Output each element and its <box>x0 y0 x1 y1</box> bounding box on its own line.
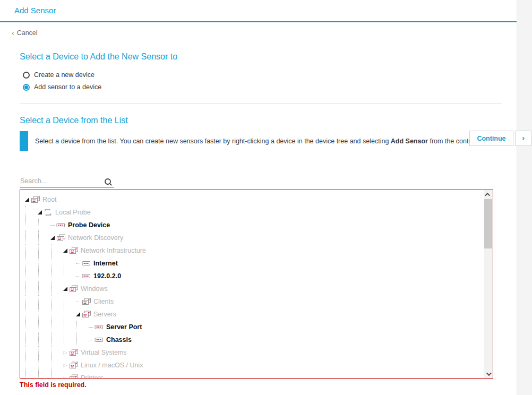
probe-icon <box>44 209 54 216</box>
tree-guide-line <box>49 333 62 346</box>
tree-guide-line <box>62 257 74 270</box>
tree-item[interactable]: Servers <box>23 308 484 321</box>
chevron-down-icon <box>486 371 492 376</box>
group-icon <box>69 285 79 293</box>
tree-item[interactable]: ▷Printers <box>23 372 484 378</box>
tree-item[interactable]: Root <box>23 193 484 206</box>
scroll-up-button[interactable] <box>484 190 493 199</box>
radio-create-new-device[interactable]: Create a new device <box>23 71 95 79</box>
info-text-bold: Add Sensor <box>391 138 428 145</box>
group-icon <box>56 234 66 242</box>
tree-item-label: Virtual Systems <box>81 349 127 356</box>
expander-closed-icon[interactable]: ▷ <box>62 376 69 379</box>
cancel-label: Cancel <box>17 29 38 37</box>
tree-item-label: Windows <box>81 285 108 293</box>
connector-dash <box>87 340 95 340</box>
search-icon[interactable] <box>104 178 113 186</box>
cancel-button[interactable]: ‹ Cancel <box>12 29 38 37</box>
tree-guide-line <box>49 308 62 321</box>
tree-guide-line <box>36 282 49 295</box>
tree-item-label: Probe Device <box>68 221 110 229</box>
tree-item-label: Clients <box>93 298 114 305</box>
tree-scrollbar[interactable] <box>484 190 493 378</box>
tree-item[interactable]: Internet <box>23 257 484 270</box>
expander-open-icon[interactable] <box>62 287 69 291</box>
tree-item[interactable]: 192.0.2.0 <box>23 270 484 282</box>
expander-open-icon[interactable] <box>36 210 44 214</box>
tree-item-label: Linux / macOS / Unix <box>81 362 143 369</box>
tree-item[interactable]: Windows <box>23 282 484 295</box>
tree-item-label: Chassis <box>106 336 132 344</box>
expander-closed-icon[interactable]: ▷ <box>62 363 69 368</box>
chevron-up-icon <box>485 192 490 198</box>
connector-dash <box>74 302 82 302</box>
tree-item-label: Network Discovery <box>68 234 123 242</box>
radio-label: Create a new device <box>34 71 95 79</box>
expander-open-icon[interactable] <box>62 248 69 253</box>
tree-guide-line <box>23 231 36 244</box>
tree-guide-line <box>23 295 36 308</box>
tree-guide-line <box>36 321 49 333</box>
tree-guide-line <box>36 257 49 270</box>
expander-open-icon[interactable] <box>23 198 31 202</box>
tree-guide-line <box>23 206 36 219</box>
tree-guide-line <box>49 359 62 372</box>
tree-item[interactable]: Clients <box>23 295 484 308</box>
tree-guide-line <box>23 372 36 378</box>
continue-chevron-button[interactable]: › <box>515 131 531 146</box>
radio-unselected-icon[interactable] <box>23 72 30 79</box>
connector-dash <box>87 327 95 328</box>
section-divider <box>20 104 502 104</box>
tree-item[interactable]: Network Infrastructure <box>23 244 484 257</box>
tree-guide-line <box>62 270 74 282</box>
tree-guide-line <box>36 219 49 231</box>
tree-guide-line <box>23 244 36 257</box>
back-chevron-icon: ‹ <box>12 29 14 37</box>
tree-item-label: Servers <box>93 311 116 318</box>
tree-item[interactable]: ▷Virtual Systems <box>23 346 484 359</box>
device-tree[interactable]: RootLocal ProbeProbe DeviceNetwork Disco… <box>20 190 493 379</box>
info-banner: Select a device from the list. You can c… <box>20 131 497 151</box>
group-icon <box>82 298 92 305</box>
group-icon <box>69 374 79 378</box>
tree-guide-line <box>49 244 62 257</box>
group-icon <box>69 247 79 254</box>
tree-guide-line <box>23 333 36 346</box>
chevron-right-icon: › <box>522 133 525 142</box>
expander-open-icon[interactable] <box>49 236 56 240</box>
tree-item[interactable]: Network Discovery <box>23 231 484 244</box>
tree-item-label: Printers <box>81 374 104 378</box>
scroll-down-button[interactable] <box>484 370 493 378</box>
scrollbar-thumb[interactable] <box>484 199 492 248</box>
device-icon <box>95 324 105 330</box>
group-icon <box>69 362 79 369</box>
tree-item[interactable]: Server Port <box>23 321 484 333</box>
tree-guide-line <box>62 321 74 333</box>
info-text: Select a device from the list. You can c… <box>35 138 497 145</box>
expander-open-icon[interactable] <box>74 312 82 316</box>
tree-guide-line <box>62 308 74 321</box>
tree-guide-line <box>36 333 49 346</box>
continue-button[interactable]: Continue <box>469 131 513 146</box>
tree-guide-line <box>62 295 74 308</box>
page-title: Add Sensor <box>14 6 56 15</box>
tree-item[interactable]: Local Probe <box>23 206 484 219</box>
expander-closed-icon[interactable]: ▷ <box>62 350 69 355</box>
radio-selected-icon[interactable] <box>23 84 30 91</box>
tree-guide-line <box>23 282 36 295</box>
tree-guide-line <box>23 308 36 321</box>
group-icon <box>31 196 41 203</box>
tree-item[interactable]: Chassis <box>23 333 484 346</box>
radio-add-sensor-to-device[interactable]: Add sensor to a device <box>23 83 101 91</box>
tree-guide-line <box>36 244 49 257</box>
tree-guide-line <box>49 295 62 308</box>
device-search <box>20 176 114 188</box>
tree-item[interactable]: ▷Linux / macOS / Unix <box>23 359 484 372</box>
info-accent-block <box>20 131 28 151</box>
continue-split-button[interactable]: Continue › <box>469 131 531 146</box>
device-icon <box>82 273 92 279</box>
tree-item-label: Root <box>42 196 56 203</box>
device-icon <box>95 337 105 343</box>
search-input[interactable] <box>20 176 100 187</box>
tree-item[interactable]: Probe Device <box>23 219 484 231</box>
